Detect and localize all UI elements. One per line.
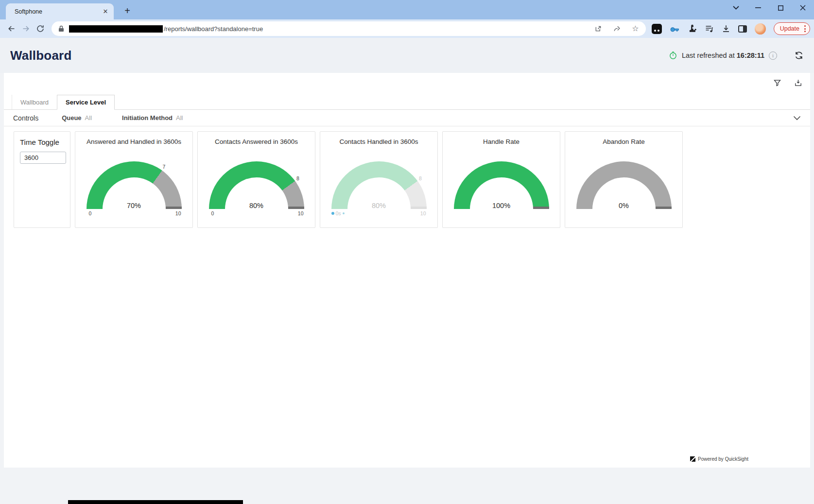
bookmark-star-icon[interactable]: ☆ xyxy=(632,25,639,33)
gauge-card-handle-rate[interactable]: Handle Rate 100% xyxy=(442,131,560,228)
gauge-title: Abandon Rate xyxy=(565,138,682,145)
time-toggle-title: Time Toggle xyxy=(20,138,64,146)
gauge-min-label: 0 xyxy=(211,210,214,216)
hover-dot-icon xyxy=(343,212,345,214)
downloads-icon[interactable] xyxy=(722,24,730,33)
update-label: Update xyxy=(780,25,799,32)
maximize-button[interactable] xyxy=(769,0,792,16)
browser-titlebar: Softphone ✕ + xyxy=(0,0,814,19)
tab-close-icon[interactable]: ✕ xyxy=(101,7,110,16)
gauge-title: Answered and Handled in 3600s xyxy=(75,138,192,145)
gauge-min-label: 0s xyxy=(331,210,345,216)
visuals-row: Time Toggle Answered and Handled in 3600… xyxy=(4,126,810,233)
page-title: Wallboard xyxy=(10,48,72,63)
tab-search-chevron-icon[interactable] xyxy=(725,0,747,16)
gauge-card-answered-and-handled[interactable]: Answered and Handled in 3600s 70% 0 10 7 xyxy=(75,131,193,228)
gauge-chart[interactable]: 70% 0 10 7 xyxy=(87,161,182,209)
extensions-area xyxy=(652,23,766,35)
gauge-title: Handle Rate xyxy=(443,138,560,145)
quicksight-logo-icon xyxy=(690,456,695,462)
controls-label: Controls xyxy=(13,114,38,122)
gauge-title: Contacts Answered in 3600s xyxy=(198,138,315,145)
info-icon[interactable]: i xyxy=(769,52,777,60)
time-toggle-input[interactable] xyxy=(20,152,66,164)
browser-toolbar: /reports/wallboard?standalone=true ☆ Upd… xyxy=(0,19,814,38)
share-icon[interactable] xyxy=(613,25,621,33)
gauge-threshold-label: 8 xyxy=(419,175,422,181)
gauge-chart[interactable]: 80% 0s 10 8 xyxy=(331,161,427,209)
last-refreshed-text: Last refreshed at 16:28:11 xyxy=(682,52,764,59)
window-controls xyxy=(725,0,814,16)
gauge-threshold-label: 7 xyxy=(162,164,165,170)
extension-dots-icon[interactable] xyxy=(652,24,662,34)
dashboard-sheet: Wallboard Service Level Controls Queue A… xyxy=(4,73,810,468)
profile-avatar[interactable] xyxy=(755,23,766,35)
gauge-card-contacts-answered[interactable]: Contacts Answered in 3600s 80% 0 10 8 xyxy=(197,131,315,228)
gauge-card-abandon-rate[interactable]: Abandon Rate 0% xyxy=(565,131,683,228)
key-extension-icon[interactable] xyxy=(670,24,680,33)
gauge-threshold-label: 8 xyxy=(296,175,299,181)
extensions-puzzle-icon[interactable] xyxy=(688,24,697,34)
gauge-max-label: 10 xyxy=(298,210,304,216)
sheet-tab-bar: Wallboard Service Level xyxy=(4,95,810,110)
queue-filter[interactable]: Queue All xyxy=(62,114,92,122)
initiation-method-filter[interactable]: Initiation Method All xyxy=(122,114,183,122)
hover-dot-icon xyxy=(331,212,334,215)
forward-button[interactable] xyxy=(18,21,33,36)
sheet-tab-wallboard[interactable]: Wallboard xyxy=(12,95,57,109)
filter-icon[interactable] xyxy=(773,79,781,87)
back-button[interactable] xyxy=(4,21,18,36)
gauge-card-contacts-handled[interactable]: Contacts Handled in 3600s 80% 0s 10 8 xyxy=(320,131,438,228)
gauge-value-label: 70% xyxy=(87,202,182,209)
lock-icon xyxy=(58,25,64,32)
open-in-new-icon[interactable] xyxy=(594,25,602,33)
url-bar[interactable]: /reports/wallboard?standalone=true ☆ xyxy=(52,21,646,36)
browser-tab-title: Softphone xyxy=(15,8,42,15)
reload-button[interactable] xyxy=(33,21,48,36)
new-tab-button[interactable]: + xyxy=(121,4,134,17)
gauge-max-label: 10 xyxy=(420,210,426,216)
side-panel-icon[interactable] xyxy=(738,25,747,33)
minimize-button[interactable] xyxy=(747,0,769,16)
gauge-value-label: 80% xyxy=(209,202,304,209)
browser-menu-kebab-icon[interactable] xyxy=(803,24,807,33)
close-window-button[interactable] xyxy=(792,0,814,16)
controls-bar: Controls Queue All Initiation Method All xyxy=(4,110,810,126)
refresh-button[interactable] xyxy=(794,51,804,60)
bottom-redaction-bar xyxy=(68,500,243,504)
powered-by-quicksight: Powered by QuickSight xyxy=(690,456,748,462)
url-domain-redaction xyxy=(69,25,163,33)
gauge-chart[interactable]: 100% xyxy=(454,161,549,209)
timer-icon xyxy=(669,51,677,60)
page-header: Wallboard Last refreshed at 16:28:11 i xyxy=(0,38,814,73)
time-toggle-card: Time Toggle xyxy=(14,131,70,228)
gauge-title: Contacts Handled in 3600s xyxy=(320,138,437,145)
browser-update-button[interactable]: Update xyxy=(774,22,810,35)
collapse-controls-chevron-icon[interactable] xyxy=(793,116,801,121)
media-queue-icon[interactable] xyxy=(705,25,714,33)
gauge-max-label: 10 xyxy=(175,210,181,216)
last-refreshed-time: 16:28:11 xyxy=(737,52,764,59)
gauge-value-label: 0% xyxy=(576,202,672,209)
gauge-min-label: 0 xyxy=(89,210,92,216)
sheet-tab-service-level[interactable]: Service Level xyxy=(57,95,115,110)
url-path-text: /reports/wallboard?standalone=true xyxy=(164,25,263,33)
gauge-chart[interactable]: 0% xyxy=(576,161,672,209)
browser-tab[interactable]: Softphone ✕ xyxy=(6,3,114,19)
gauge-value-label: 80% xyxy=(331,202,427,209)
export-icon[interactable] xyxy=(794,79,802,87)
gauge-value-label: 100% xyxy=(454,202,549,209)
gauge-chart[interactable]: 80% 0 10 8 xyxy=(209,161,304,209)
